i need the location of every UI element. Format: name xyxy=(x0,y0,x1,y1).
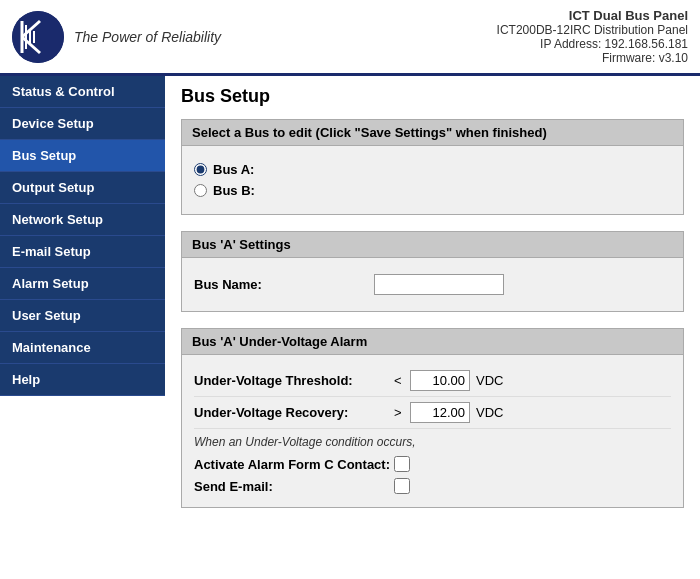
under-voltage-header: Bus 'A' Under-Voltage Alarm xyxy=(182,329,683,355)
header-title: ICT Dual Bus Panel xyxy=(497,8,688,23)
sidebar-item-device-setup[interactable]: Device Setup xyxy=(0,108,165,140)
svg-point-0 xyxy=(12,11,64,63)
bus-b-label[interactable]: Bus B: xyxy=(213,183,255,198)
bus-a-radio[interactable] xyxy=(194,163,207,176)
header-info: ICT Dual Bus Panel ICT200DB-12IRC Distri… xyxy=(497,8,688,65)
sidebar-item-output-setup[interactable]: Output Setup xyxy=(0,172,165,204)
threshold-sym: < xyxy=(394,373,406,388)
alarm-contact-label: Activate Alarm Form C Contact: xyxy=(194,457,394,472)
sidebar-item-network-setup[interactable]: Network Setup xyxy=(0,204,165,236)
sidebar-item-status-control[interactable]: Status & Control xyxy=(0,76,165,108)
bus-settings-body: Bus Name: xyxy=(182,258,683,311)
sidebar-item-bus-setup[interactable]: Bus Setup xyxy=(0,140,165,172)
recovery-input[interactable] xyxy=(410,402,470,423)
recovery-unit: VDC xyxy=(476,405,503,420)
under-voltage-title: Bus 'A' Under-Voltage Alarm xyxy=(192,334,367,349)
header-ip: IP Address: 192.168.56.181 xyxy=(497,37,688,51)
bus-a-label[interactable]: Bus A: xyxy=(213,162,254,177)
bus-settings-header: Bus 'A' Settings xyxy=(182,232,683,258)
header: The Power of Reliability ICT Dual Bus Pa… xyxy=(0,0,700,76)
header-firmware: Firmware: v3.10 xyxy=(497,51,688,65)
bus-name-row: Bus Name: xyxy=(194,268,671,301)
bus-b-row: Bus B: xyxy=(194,183,671,198)
under-voltage-body: Under-Voltage Threshold: < VDC Under-Vol… xyxy=(182,355,683,507)
under-voltage-note: When an Under-Voltage condition occurs, xyxy=(194,435,671,449)
logo-icon xyxy=(12,11,64,63)
logo-tagline: The Power of Reliability xyxy=(74,29,221,45)
send-email-checkbox[interactable] xyxy=(394,478,410,494)
alarm-contact-row: Activate Alarm Form C Contact: xyxy=(194,453,671,475)
page-title: Bus Setup xyxy=(181,86,684,107)
select-bus-hint: (Click "Save Settings" when finished) xyxy=(316,125,547,140)
threshold-input[interactable] xyxy=(410,370,470,391)
select-bus-title: Select a Bus to edit xyxy=(192,125,312,140)
content-area: Bus Setup Select a Bus to edit (Click "S… xyxy=(165,76,700,579)
bus-b-radio[interactable] xyxy=(194,184,207,197)
sidebar: Status & Control Device Setup Bus Setup … xyxy=(0,76,165,579)
bus-name-input[interactable] xyxy=(374,274,504,295)
select-bus-body: Bus A: Bus B: xyxy=(182,146,683,214)
recovery-row: Under-Voltage Recovery: > VDC xyxy=(194,397,671,429)
sidebar-item-email-setup[interactable]: E-mail Setup xyxy=(0,236,165,268)
sidebar-item-maintenance[interactable]: Maintenance xyxy=(0,332,165,364)
select-bus-section: Select a Bus to edit (Click "Save Settin… xyxy=(181,119,684,215)
threshold-unit: VDC xyxy=(476,373,503,388)
sidebar-item-help[interactable]: Help xyxy=(0,364,165,396)
recovery-label: Under-Voltage Recovery: xyxy=(194,405,394,420)
recovery-sym: > xyxy=(394,405,406,420)
sidebar-item-alarm-setup[interactable]: Alarm Setup xyxy=(0,268,165,300)
bus-settings-title: Bus 'A' Settings xyxy=(192,237,291,252)
alarm-contact-checkbox[interactable] xyxy=(394,456,410,472)
select-bus-header: Select a Bus to edit (Click "Save Settin… xyxy=(182,120,683,146)
logo-area: The Power of Reliability xyxy=(12,11,221,63)
main-layout: Status & Control Device Setup Bus Setup … xyxy=(0,76,700,579)
threshold-row: Under-Voltage Threshold: < VDC xyxy=(194,365,671,397)
send-email-label: Send E-mail: xyxy=(194,479,394,494)
sidebar-item-user-setup[interactable]: User Setup xyxy=(0,300,165,332)
send-email-row: Send E-mail: xyxy=(194,475,671,497)
bus-name-label: Bus Name: xyxy=(194,277,374,292)
bus-settings-section: Bus 'A' Settings Bus Name: xyxy=(181,231,684,312)
bus-a-row: Bus A: xyxy=(194,162,671,177)
threshold-label: Under-Voltage Threshold: xyxy=(194,373,394,388)
header-model: ICT200DB-12IRC Distribution Panel xyxy=(497,23,688,37)
under-voltage-section: Bus 'A' Under-Voltage Alarm Under-Voltag… xyxy=(181,328,684,508)
